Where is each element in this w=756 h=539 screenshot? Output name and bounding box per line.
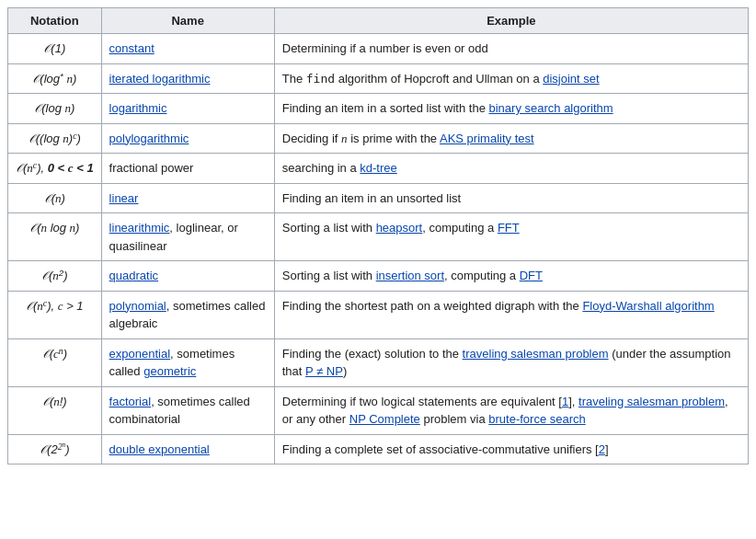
notation-cell: 𝒪(n!) [8, 386, 102, 434]
name-cell[interactable]: double exponential [101, 434, 274, 464]
table-row: 𝒪(nc), 0 < c < 1fractional powersearchin… [8, 154, 749, 184]
example-cell[interactable]: The find algorithm of Hopcroft and Ullma… [274, 63, 748, 94]
table-row: 𝒪(n2)quadraticSorting a list with insert… [8, 261, 749, 292]
name-cell[interactable]: iterated logarithmic [101, 63, 274, 94]
notation-cell: 𝒪(nc), c > 1 [8, 291, 102, 338]
table-row: 𝒪(log n)logarithmicFinding an item in a … [8, 94, 749, 124]
header-notation: Notation [8, 8, 102, 34]
example-cell[interactable]: Sorting a list with heapsort, computing … [274, 213, 748, 261]
example-cell[interactable]: searching in a kd-tree [274, 154, 748, 184]
table-row: 𝒪(n)linearFinding an item in an unsorted… [8, 183, 749, 213]
example-cell[interactable]: Determining if a number is even or odd [274, 34, 748, 64]
table-row: 𝒪((log n)c)polylogarithmicDeciding if n … [8, 123, 749, 154]
name-cell[interactable]: linear [101, 183, 274, 213]
example-cell[interactable]: Sorting a list with insertion sort, comp… [274, 261, 748, 292]
notation-cell: 𝒪(cn) [8, 338, 102, 386]
notation-cell: 𝒪(n) [8, 183, 102, 213]
notation-cell: 𝒪(log* n) [8, 63, 102, 94]
name-cell[interactable]: polynomial, sometimes called algebraic [101, 291, 274, 338]
name-cell[interactable]: quadratic [101, 261, 274, 292]
name-cell[interactable]: constant [101, 34, 274, 64]
example-cell[interactable]: Finding an item in a sorted list with th… [274, 94, 748, 124]
name-cell[interactable]: polylogarithmic [101, 123, 274, 154]
table-row: 𝒪(1)constantDetermining if a number is e… [8, 34, 749, 64]
example-cell[interactable]: Finding a complete set of associative-co… [274, 434, 748, 464]
name-cell[interactable]: fractional power [101, 154, 274, 184]
table-row: 𝒪(log* n)iterated logarithmicThe find al… [8, 63, 749, 94]
header-example: Example [274, 8, 748, 34]
example-cell[interactable]: Finding the (exact) solution to the trav… [274, 338, 748, 386]
table-row: 𝒪(n!)factorial, sometimes called combina… [8, 386, 749, 434]
complexity-table: Notation Name Example 𝒪(1)constantDeterm… [7, 7, 749, 464]
table-row: 𝒪(n log n)linearithmic, loglinear, or qu… [8, 213, 749, 261]
notation-cell: 𝒪(log n) [8, 94, 102, 124]
example-cell[interactable]: Determining if two logical statements ar… [274, 386, 748, 434]
example-cell[interactable]: Finding the shortest path on a weighted … [274, 291, 748, 338]
name-cell[interactable]: factorial, sometimes called combinatoria… [101, 386, 274, 434]
example-cell[interactable]: Finding an item in an unsorted list [274, 183, 748, 213]
notation-cell: 𝒪(22n) [8, 434, 102, 464]
example-cell[interactable]: Deciding if n is prime with the AKS prim… [274, 123, 748, 154]
notation-cell: 𝒪((log n)c) [8, 123, 102, 154]
name-cell[interactable]: exponential, sometimes called geometric [101, 338, 274, 386]
table-row: 𝒪(cn)exponential, sometimes called geome… [8, 338, 749, 386]
table-row: 𝒪(nc), c > 1polynomial, sometimes called… [8, 291, 749, 338]
notation-cell: 𝒪(1) [8, 34, 102, 64]
notation-cell: 𝒪(nc), 0 < c < 1 [8, 154, 102, 184]
name-cell[interactable]: logarithmic [101, 94, 274, 124]
header-name: Name [101, 8, 274, 34]
notation-cell: 𝒪(n log n) [8, 213, 102, 261]
table-row: 𝒪(22n)double exponentialFinding a comple… [8, 434, 749, 464]
notation-cell: 𝒪(n2) [8, 261, 102, 292]
name-cell[interactable]: linearithmic, loglinear, or quasilinear [101, 213, 274, 261]
